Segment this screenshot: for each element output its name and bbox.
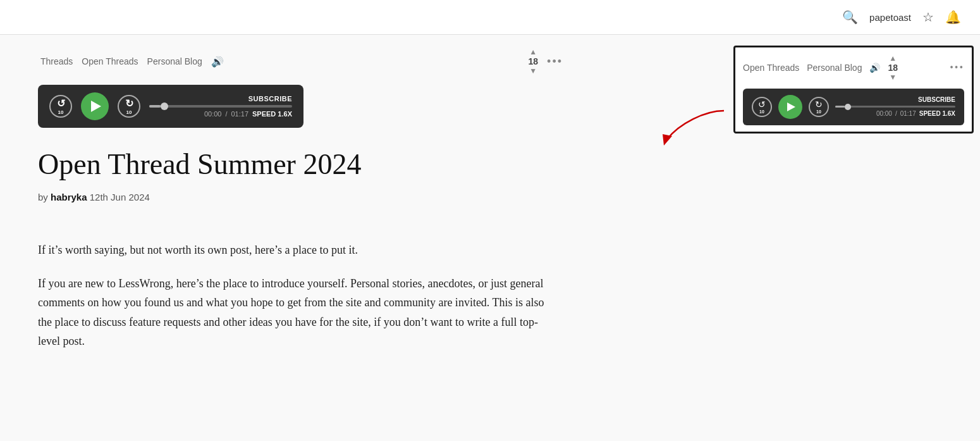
- time-current: 00:00: [204, 110, 222, 118]
- vote-column: ▲ 18 ▼: [529, 47, 539, 76]
- more-menu-button[interactable]: •••: [547, 55, 563, 68]
- floating-time-current: 00:00: [876, 110, 892, 117]
- svg-marker-0: [663, 134, 672, 146]
- floating-personal-blog-tag[interactable]: Personal Blog: [807, 63, 862, 73]
- progress-fill: [149, 105, 161, 108]
- floating-audio-player: ↺ 10 ↻ 10 SUBSCRIBE 00:00 / 01:17 SPEED …: [743, 89, 964, 125]
- progress-knob[interactable]: [161, 102, 168, 110]
- author-name[interactable]: habryka: [51, 192, 87, 202]
- time-speed-row: 00:00 / 01:17 SPEED 1.6X: [149, 110, 292, 118]
- star-icon[interactable]: ☆: [922, 9, 934, 25]
- article-body: If it’s worth saying, but not worth its …: [38, 240, 556, 351]
- upvote-arrow[interactable]: ▲: [529, 47, 537, 56]
- time-separator: /: [225, 110, 227, 118]
- floating-vote-column: ▲ 18 ▼: [888, 54, 898, 82]
- speed-label[interactable]: SPEED 1.6X: [252, 110, 292, 118]
- floating-progress-section: SUBSCRIBE 00:00 / 01:17 SPEED 1.6X: [835, 96, 955, 117]
- floating-progress-bar[interactable]: [835, 106, 955, 108]
- subscribe-label[interactable]: SUBSCRIBE: [149, 95, 292, 102]
- tag-row: Threads Open Threads Personal Blog 🔊 ▲ 1…: [38, 47, 563, 76]
- username-label: papetoast: [869, 12, 911, 23]
- time-total: 01:17: [231, 110, 248, 118]
- floating-downvote-arrow[interactable]: ▼: [889, 73, 897, 82]
- floating-subscribe-label[interactable]: SUBSCRIBE: [835, 96, 955, 103]
- floating-rewind-label: 10: [759, 109, 764, 114]
- open-threads-tag[interactable]: Open Threads: [82, 56, 138, 66]
- threads-tag[interactable]: Threads: [40, 56, 73, 66]
- floating-forward-label: 10: [816, 109, 821, 114]
- article-meta: by habryka 12th Jun 2024: [38, 192, 563, 202]
- progress-bar[interactable]: [149, 105, 292, 108]
- body-paragraph-1: If it’s worth saying, but not worth its …: [38, 240, 556, 260]
- arrow-svg: [661, 98, 730, 149]
- article-title: Open Thread Summer 2024: [38, 147, 563, 182]
- arrow-annotation: [661, 98, 730, 151]
- floating-progress-fill: [835, 106, 845, 108]
- floating-time-total: 01:17: [900, 110, 916, 117]
- floating-forward-button[interactable]: ↻ 10: [809, 97, 829, 117]
- downvote-arrow[interactable]: ▼: [529, 66, 537, 75]
- article-date: 12th Jun 2024: [90, 192, 150, 202]
- floating-player-highlight: Open Threads Personal Blog 🔊 ▲ 18 ▼ ••• …: [733, 46, 974, 134]
- forward-button[interactable]: ↻ 10: [118, 95, 140, 118]
- rewind-button[interactable]: ↺ 10: [49, 95, 72, 118]
- forward-label: 10: [126, 109, 132, 115]
- floating-play-button[interactable]: [778, 95, 802, 119]
- floating-speed-label[interactable]: SPEED 1.6X: [919, 110, 955, 117]
- top-nav: 🔍 papetoast ☆ 🔔: [0, 0, 980, 35]
- by-label: by: [38, 192, 48, 202]
- floating-time-speed-row: 00:00 / 01:17 SPEED 1.6X: [835, 110, 955, 117]
- main-content: Threads Open Threads Personal Blog 🔊 ▲ 1…: [0, 35, 601, 390]
- personal-blog-tag[interactable]: Personal Blog: [147, 56, 202, 66]
- floating-upvote-arrow[interactable]: ▲: [889, 54, 897, 63]
- play-icon: [91, 101, 101, 112]
- floating-vote-count: 18: [888, 63, 898, 73]
- floating-more-button[interactable]: •••: [950, 62, 964, 73]
- floating-volume-icon[interactable]: 🔊: [869, 63, 880, 73]
- volume-icon[interactable]: 🔊: [211, 56, 224, 68]
- body-paragraph-2: If you are new to LessWrong, here’s the …: [38, 274, 556, 351]
- floating-progress-knob[interactable]: [845, 104, 851, 110]
- floating-tag-row: Open Threads Personal Blog 🔊 ▲ 18 ▼ •••: [743, 54, 964, 82]
- floating-play-icon: [787, 102, 795, 111]
- audio-player: ↺ 10 ↻ 10 SUBSCRIBE 00:00 / 01:17 SPEED …: [38, 85, 303, 128]
- notification-icon[interactable]: 🔔: [945, 9, 961, 25]
- floating-time-separator: /: [895, 110, 897, 117]
- rewind-label: 10: [58, 109, 64, 115]
- play-button[interactable]: [81, 92, 109, 120]
- floating-rewind-button[interactable]: ↺ 10: [752, 97, 772, 117]
- floating-open-threads-tag[interactable]: Open Threads: [743, 63, 799, 73]
- vote-count: 18: [529, 56, 539, 66]
- search-icon[interactable]: 🔍: [842, 9, 858, 25]
- progress-section: SUBSCRIBE 00:00 / 01:17 SPEED 1.6X: [149, 95, 292, 118]
